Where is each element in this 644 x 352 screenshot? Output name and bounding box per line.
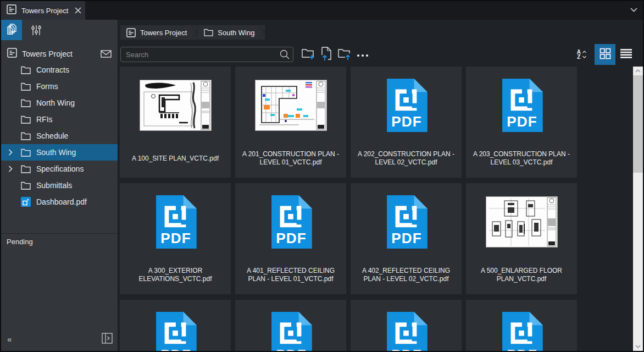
file-area: A 100_SITE PLAN_VCTC.pdfA 201_CONSTRUCTI… xyxy=(118,67,643,351)
toolbar: AZ xyxy=(120,47,641,62)
thumbnail-construction-plan xyxy=(255,80,327,131)
svg-text:PDF: PDF xyxy=(507,346,537,351)
sidebar-item-south-wing[interactable]: South Wing xyxy=(1,144,118,161)
tree-root-label: Towers Project xyxy=(22,50,73,58)
project-icon xyxy=(7,4,16,16)
file-thumbnail: PDF xyxy=(235,183,346,260)
file-card-a-203-construction-plan-level-03-vctc[interactable]: PDFA 203_CONSTRUCTION PLAN - LEVEL 03_VC… xyxy=(466,67,577,178)
file-name: A 300_EXTERIOR ELEVATIONS_VCTC.pdf xyxy=(120,260,231,294)
sidebar-item-label: Dashboard.pdf xyxy=(36,197,87,206)
pdf-file-icon: PDF xyxy=(269,312,312,351)
sidebar-item-rfis[interactable]: RFIs xyxy=(1,111,118,128)
file-thumbnail: PDF xyxy=(120,300,231,351)
folder-icon xyxy=(21,116,31,124)
list-view-button[interactable] xyxy=(615,44,636,65)
folder-plus-icon xyxy=(301,47,315,62)
file-name: A 500_ENLARGED FLOOR PLAN_VCTC.pdf xyxy=(466,260,577,294)
file-name: A 203_CONSTRUCTION PLAN - LEVEL 03_VCTC.… xyxy=(466,144,577,178)
file-name: A 402_REFLECTED CEILING PLAN - LEVEL 02_… xyxy=(351,260,462,294)
chevron-right-icon[interactable] xyxy=(8,149,20,156)
tab-bar: Towers Project xyxy=(1,1,643,20)
file-thumbnail: PDF xyxy=(120,183,231,260)
tab-towers-project[interactable]: Towers Project xyxy=(1,1,85,20)
sidebar-item-label: RFIs xyxy=(36,115,53,124)
pdf-file-icon: PDF xyxy=(154,312,197,351)
sidebar-item-label: North Wing xyxy=(36,98,75,107)
list-view-icon xyxy=(620,49,632,60)
ellipsis-icon xyxy=(357,51,369,59)
breadcrumb-label: South Wing xyxy=(218,29,254,37)
sidebar: Towers Project ContractsFormsNorth WingR… xyxy=(1,20,118,351)
folder-icon xyxy=(21,132,31,140)
file-card-a-401-reflected-ceiling-plan-level-01-vctc[interactable]: PDFA 401_REFLECTED CEILING PLAN - LEVEL … xyxy=(235,183,346,294)
svg-text:PDF: PDF xyxy=(160,346,191,351)
folder-icon xyxy=(21,82,31,91)
file-card-a-300-exterior-elevations-vctc[interactable]: PDFA 300_EXTERIOR ELEVATIONS_VCTC.pdf xyxy=(120,183,231,294)
folder-upload-icon xyxy=(337,47,352,62)
file-thumbnail: PDF xyxy=(235,300,346,351)
file-name: A 202_CONSTRUCTION PLAN - LEVEL 02_VCTC.… xyxy=(351,144,462,178)
grid-view-icon xyxy=(599,48,611,61)
folder-icon xyxy=(21,66,31,74)
file-card-a-500-enlarged-floor-plan-vctc[interactable]: A 500_ENLARGED FLOOR PLAN_VCTC.pdf xyxy=(466,183,577,294)
scroll-down-icon[interactable] xyxy=(633,342,643,351)
scrollbar-thumb[interactable] xyxy=(633,75,643,173)
new-folder-button[interactable] xyxy=(299,47,317,62)
chevron-right-icon[interactable] xyxy=(8,166,20,172)
pending-label: Pending xyxy=(7,238,33,246)
sidebar-item-north-wing[interactable]: North Wing xyxy=(1,95,118,111)
scrollbar[interactable] xyxy=(633,67,643,351)
file-card-row3-9[interactable]: PDF xyxy=(235,300,346,351)
file-card-a-100-site-plan-vctc[interactable]: A 100_SITE PLAN_VCTC.pdf xyxy=(120,67,231,178)
sidebar-item-label: South Wing xyxy=(36,148,76,157)
chevron-down-icon[interactable] xyxy=(630,8,637,12)
upload-file-button[interactable] xyxy=(317,47,335,62)
sidebar-item-forms[interactable]: Forms xyxy=(1,78,118,95)
file-card-a-402-reflected-ceiling-plan-level-02-vctc[interactable]: PDFA 402_REFLECTED CEILING PLAN - LEVEL … xyxy=(351,183,462,294)
expand-panel-button[interactable] xyxy=(102,333,113,345)
mail-icon[interactable] xyxy=(101,50,112,58)
svg-text:PDF: PDF xyxy=(276,346,306,351)
file-card-a-201-construction-plan-level-01-vctc[interactable]: A 201_CONSTRUCTION PLAN - LEVEL 01_VCTC.… xyxy=(235,67,346,178)
pdf-file-icon: PDF xyxy=(269,195,312,249)
app-window: Towers Project xyxy=(0,0,644,352)
svg-text:PDF: PDF xyxy=(160,230,191,246)
sidebar-item-specifications[interactable]: Specifications xyxy=(1,161,118,177)
grid-view-button[interactable] xyxy=(595,44,615,65)
file-card-row3-10[interactable]: PDF xyxy=(351,300,462,351)
nav-documents-button[interactable] xyxy=(1,20,22,40)
file-card-row3-11[interactable]: PDF xyxy=(466,300,577,351)
search-box xyxy=(120,47,293,62)
close-tab-icon[interactable] xyxy=(74,7,82,14)
file-thumbnail: PDF xyxy=(351,183,462,260)
collapse-sidebar-button[interactable]: « xyxy=(7,335,12,343)
file-name: A 100_SITE PLAN_VCTC.pdf xyxy=(120,144,231,178)
sort-az-button[interactable]: AZ xyxy=(577,50,587,59)
more-options-button[interactable] xyxy=(353,47,371,62)
file-card-a-202-construction-plan-level-02-vctc[interactable]: PDFA 202_CONSTRUCTION PLAN - LEVEL 02_VC… xyxy=(351,67,462,178)
pdf-file-icon: PDF xyxy=(385,312,428,351)
folder-icon xyxy=(21,99,31,107)
sidebar-item-contracts[interactable]: Contracts xyxy=(1,62,118,78)
search-input[interactable] xyxy=(120,47,293,62)
thumbnail-site-plan xyxy=(140,80,212,131)
sidebar-item-schedule[interactable]: Schedule xyxy=(1,128,118,144)
scroll-up-icon[interactable] xyxy=(633,67,643,75)
nav-filters-button[interactable] xyxy=(26,21,47,40)
folder-icon xyxy=(21,148,31,157)
file-name: A 401_REFLECTED CEILING PLAN - LEVEL 01_… xyxy=(235,260,346,294)
main-panel: Towers ProjectSouth Wing xyxy=(118,20,643,351)
svg-text:PDF: PDF xyxy=(391,346,421,351)
breadcrumb-label: Towers Project xyxy=(140,29,187,37)
svg-text:PDF: PDF xyxy=(507,113,537,130)
file-thumbnail: PDF xyxy=(351,300,462,351)
tree-root-towers-project[interactable]: Towers Project xyxy=(1,46,118,62)
breadcrumb-item-south-wing[interactable]: South Wing xyxy=(198,25,259,40)
sidebar-item-dashboard[interactable]: Dashboard.pdf xyxy=(1,194,118,210)
breadcrumb-item-towers-project[interactable]: Towers Project xyxy=(120,25,191,40)
sidebar-item-submittals[interactable]: Submittals xyxy=(1,177,118,194)
file-card-row3-8[interactable]: PDF xyxy=(120,300,231,351)
upload-folder-button[interactable] xyxy=(335,47,353,62)
pdf-file-icon: PDF xyxy=(500,312,543,351)
file-thumbnail: PDF xyxy=(466,300,577,351)
